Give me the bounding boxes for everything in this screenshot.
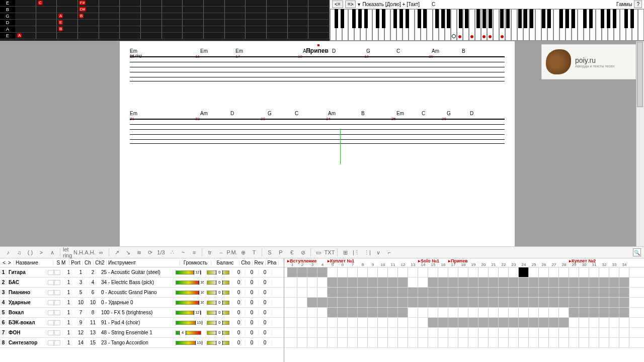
track-row[interactable]: 4Ударные110100 - Ударные 0160000	[0, 298, 284, 308]
timeline-row[interactable]	[284, 318, 644, 328]
col-port: Port	[69, 260, 83, 265]
timeline-header: ▸Вступление▸Куплет №1▸Solo №1▸Припев▸Куп…	[284, 258, 644, 267]
toolbar-button[interactable]: TXT	[325, 248, 335, 257]
chord-label: Em	[396, 111, 404, 116]
logo-title: poiy.ru	[575, 56, 614, 64]
dropdown-icon[interactable]: ▾	[358, 2, 360, 7]
col-cho: Cho	[239, 260, 253, 265]
toolbar-button[interactable]: ∨	[373, 248, 383, 257]
toolbar-button[interactable]: ⌢	[216, 248, 226, 257]
track-row[interactable]: 7ФОН1121348 - String Ensemble 140000	[0, 328, 284, 338]
col-volume: Громкость	[180, 260, 211, 265]
chord-label: Em	[235, 48, 243, 54]
fret-note: B	[79, 14, 84, 18]
fret-note: A	[58, 14, 63, 18]
col-rev: Rev	[253, 260, 266, 265]
guitar-icon	[546, 49, 571, 74]
toolbar-button[interactable]: |⋮	[351, 248, 361, 257]
toolbar-button[interactable]: A.H.	[85, 248, 95, 257]
toolbar-button[interactable]: ♫	[14, 248, 24, 257]
timeline-row[interactable]	[284, 278, 644, 288]
toolbar-button[interactable]: ⌐	[384, 248, 394, 257]
timeline-row[interactable]	[284, 267, 644, 278]
toolbar-button[interactable]: ≋	[134, 248, 144, 257]
track-row[interactable]: 3Пианино1560 - Acoustic Grand Piano16000…	[0, 288, 284, 298]
logo-box: poiy.ru Аккорды и тексты песен	[541, 44, 636, 79]
piano-next-button[interactable]: =>	[345, 1, 356, 8]
chord-label: Em	[200, 48, 208, 54]
timeline-row[interactable]	[284, 328, 644, 338]
timeline-row[interactable]	[284, 288, 644, 298]
piano-keyboard[interactable]	[330, 9, 644, 41]
col-sm: S M	[53, 260, 69, 265]
fret-note: D#	[79, 7, 86, 12]
toolbar-button[interactable]: P	[276, 248, 286, 257]
toolbar-button[interactable]: T	[249, 248, 259, 257]
toolbar-button[interactable]: ∧	[47, 248, 57, 257]
logo-subtitle: Аккорды и тексты песен	[575, 64, 614, 68]
fret-note: F#	[79, 1, 86, 5]
toolbar-button[interactable]: ≡	[189, 248, 199, 257]
toolbar-button[interactable]: let ring	[63, 248, 73, 257]
fret-note: E	[58, 20, 63, 25]
col-ch: Ch	[83, 260, 94, 265]
piano-show-label: Показать [Долю] + [Такт]	[362, 2, 420, 7]
track-prev-button[interactable]: <	[2, 260, 7, 265]
toolbar-button[interactable]: ↘	[123, 248, 133, 257]
toolbar-button[interactable]: ( )	[25, 248, 35, 257]
chord-label: G	[447, 111, 451, 116]
chord-label: C	[422, 111, 425, 116]
toolbar-button[interactable]: S	[265, 248, 275, 257]
col-name: Название	[14, 260, 53, 265]
track-row[interactable]: 5Вокал178100 - FX 5 (brightness)120000	[0, 308, 284, 318]
chord-label: G	[268, 111, 272, 116]
toolbar-button[interactable]: ⊞	[340, 248, 350, 257]
toolbar-button[interactable]: tr	[205, 248, 215, 257]
chord-label: Am	[303, 48, 310, 54]
track-row[interactable]: 6БЭК-вокал191191 - Pad 4 (choir)130000	[0, 318, 284, 328]
toolbar-button[interactable]: ▭	[313, 248, 324, 257]
chord-label: Am	[432, 48, 439, 54]
timeline-row[interactable]	[284, 298, 644, 308]
track-row[interactable]: 8Синтезатор1141523 - Tango Accordion1300…	[0, 338, 284, 348]
toolbar-button[interactable]: P.M.	[227, 248, 237, 257]
piano-prev-button[interactable]: <=	[332, 1, 343, 8]
chord-label: Em	[130, 111, 137, 116]
chord-label: B	[361, 111, 365, 116]
chord-label: C	[396, 48, 400, 54]
guitar-fretboard[interactable]: EBGDAECF#D#ABEBA	[0, 0, 330, 41]
fret-note: A	[17, 33, 22, 38]
toolbar-button[interactable]: ⟳	[145, 248, 155, 257]
section-title: Припев	[130, 47, 505, 54]
toolbar-button[interactable]: ⊕	[238, 248, 248, 257]
track-row[interactable]: 2БАС13434 - Electric Bass (pick)160000	[0, 278, 284, 288]
toolbar-button[interactable]: ⋮|	[362, 248, 372, 257]
toolbar-button[interactable]: ↗	[112, 248, 122, 257]
col-ch2: Ch2	[94, 260, 107, 265]
timeline-row[interactable]	[284, 308, 644, 318]
help-icon[interactable]: ?	[634, 1, 642, 8]
tab-staff[interactable]	[130, 56, 505, 81]
toolbar-button[interactable]: N.H.	[74, 248, 84, 257]
notation-toolbar: ♪♫( )>∧let ringN.H.A.H.∞↗↘≋⟳1/3∴~≡tr⌢P.M…	[0, 246, 644, 258]
playhead	[340, 129, 341, 164]
toolbar-button[interactable]: ♪	[3, 248, 13, 257]
zoom-icon[interactable]: 🔍	[633, 248, 641, 256]
toolbar-button[interactable]: >	[36, 248, 46, 257]
toolbar-button[interactable]: ∴	[167, 248, 177, 257]
track-next-button[interactable]: >	[7, 260, 13, 265]
chord-label: Am	[200, 111, 208, 116]
piano-scales-label[interactable]: Гаммы	[616, 2, 632, 7]
track-row[interactable]: 1Гитара11225 - Acoustic Guitar (steel)12…	[0, 267, 284, 278]
timeline-row[interactable]	[284, 338, 644, 348]
toolbar-button[interactable]: ∞	[96, 248, 106, 257]
tab-staff[interactable]	[130, 119, 505, 144]
toolbar-button[interactable]: ⊘	[298, 248, 308, 257]
toolbar-button[interactable]: 1/3	[156, 248, 166, 257]
toolbar-button[interactable]: €	[287, 248, 297, 257]
vertical-scrollbar[interactable]	[636, 41, 644, 246]
piano-root-note: C	[432, 2, 435, 7]
fret-note: C	[38, 1, 43, 5]
col-instrument: Инструмент	[107, 260, 180, 265]
toolbar-button[interactable]: ~	[178, 248, 188, 257]
